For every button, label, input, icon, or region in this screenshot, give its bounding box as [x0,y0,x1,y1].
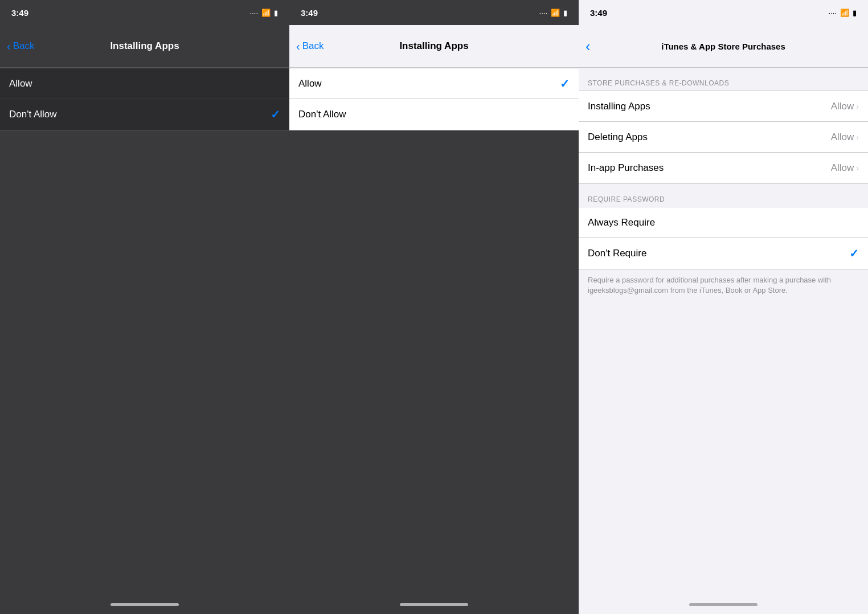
wifi-icon-2: 📶 [551,9,560,17]
home-bar-1 [110,603,179,606]
installing-apps-label: Installing Apps [588,101,650,112]
inapp-purchases-right: Allow › [831,162,859,174]
list-section-password: Always Require ✓ Don't Require ✓ [579,207,868,269]
home-indicator-1 [0,595,289,614]
nav-bar-1: ‹ Back Installing Apps [0,25,289,68]
checkmark-allow-2: ✓ [560,77,570,91]
dark-fill-2 [289,130,579,595]
back-button-3[interactable]: ‹ [586,38,593,55]
panel-installing-apps-dark: 3:49 ···· 📶 ▮ ‹ Back Installing Apps All… [0,0,289,614]
dont-allow-label-1: Don't Allow [9,109,57,120]
list-item-deleting-apps[interactable]: Deleting Apps Allow › [579,122,868,153]
list-item-allow-1[interactable]: Allow ✓ [0,68,289,99]
time-2: 3:49 [301,8,318,18]
chevron-right-icon-inapp: › [856,163,859,173]
list-item-inapp-purchases[interactable]: In-app Purchases Allow › [579,153,868,183]
section-footer-password: Require a password for additional purcha… [579,269,868,307]
list-item-dont-allow-2[interactable]: Don't Allow ✓ [289,99,579,130]
panel-installing-apps-light: 3:49 ···· 📶 ▮ ‹ Back Installing Apps All… [289,0,579,614]
signal-icon-1: ···· [250,9,258,17]
list-section-1: Allow ✓ Don't Allow ✓ [0,68,289,130]
installing-apps-value: Allow [831,101,854,112]
list-item-allow-2[interactable]: Allow ✓ [289,68,579,99]
wifi-icon-3: 📶 [840,9,849,17]
section-header-store: STORE PURCHASES & RE-DOWNLOADS [579,68,868,91]
list-item-installing-apps[interactable]: Installing Apps Allow › [579,91,868,122]
nav-title-2: Installing Apps [399,40,468,52]
chevron-right-icon-deleting: › [856,133,859,142]
chevron-right-icon-installing: › [856,102,859,111]
deleting-apps-value: Allow [831,132,854,143]
status-bar-3: 3:49 ···· 📶 ▮ [579,0,868,25]
wifi-icon-1: 📶 [261,9,271,17]
status-bar-2: 3:49 ···· 📶 ▮ [289,0,579,25]
dark-fill-1 [0,130,289,595]
back-button-1[interactable]: ‹ Back [7,40,34,53]
status-icons-1: ···· 📶 ▮ [250,9,278,17]
list-item-dont-require[interactable]: Don't Require ✓ [579,238,868,269]
status-icons-2: ···· 📶 ▮ [539,9,567,17]
dont-require-label: Don't Require [588,248,646,259]
list-section-2: Allow ✓ Don't Allow ✓ [289,68,579,130]
nav-bar-3: ‹ iTunes & App Store Purchases [579,25,868,68]
back-button-2[interactable]: ‹ Back [296,40,324,53]
allow-label-2: Allow [298,78,322,89]
signal-icon-3: ···· [829,9,837,17]
back-label-2: Back [302,40,324,52]
nav-title-3: iTunes & App Store Purchases [661,42,785,51]
status-icons-3: ···· 📶 ▮ [829,9,857,17]
checkmark-dont-allow-1: ✓ [271,108,280,121]
back-label-1: Back [13,40,35,52]
signal-icon-2: ···· [539,9,547,17]
time-1: 3:49 [11,8,28,18]
home-indicator-2 [289,595,579,614]
battery-icon-2: ▮ [563,9,567,17]
nav-bar-2: ‹ Back Installing Apps [289,25,579,68]
chevron-left-icon-1: ‹ [7,40,11,53]
allow-label-1: Allow [9,78,32,89]
chevron-left-icon-3: ‹ [586,38,591,55]
time-3: 3:49 [590,8,607,18]
section-header-password: REQUIRE PASSWORD [579,184,868,207]
inapp-purchases-label: In-app Purchases [588,162,664,174]
home-bar-2 [400,603,468,606]
deleting-apps-right: Allow › [831,132,859,143]
deleting-apps-label: Deleting Apps [588,132,648,143]
battery-icon-1: ▮ [274,9,278,17]
panel-itunes-purchases: 3:49 ···· 📶 ▮ ‹ iTunes & App Store Purch… [579,0,868,614]
list-section-store: Installing Apps Allow › Deleting Apps Al… [579,91,868,184]
installing-apps-right: Allow › [831,101,859,112]
chevron-left-icon-2: ‹ [296,40,300,53]
home-indicator-3 [579,595,868,614]
home-bar-3 [689,603,758,606]
inapp-purchases-value: Allow [831,162,854,174]
checkmark-dont-require: ✓ [849,247,859,260]
list-item-always-require[interactable]: Always Require ✓ [579,207,868,238]
nav-title-1: Installing Apps [110,40,179,52]
status-bar-1: 3:49 ···· 📶 ▮ [0,0,289,25]
battery-icon-3: ▮ [853,9,857,17]
dont-allow-label-2: Don't Allow [298,109,346,120]
list-item-dont-allow-1[interactable]: Don't Allow ✓ [0,99,289,130]
always-require-label: Always Require [588,217,655,228]
dark-fill-3 [579,307,868,595]
